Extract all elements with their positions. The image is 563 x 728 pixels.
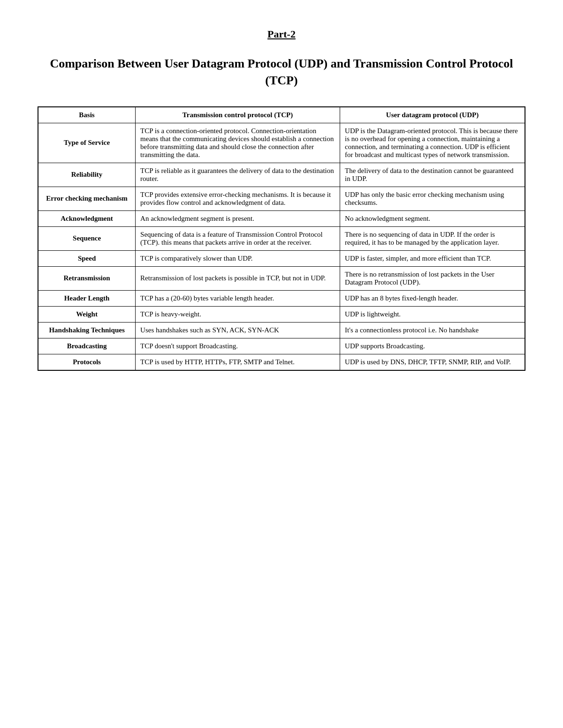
basis-cell: Broadcasting xyxy=(38,338,136,354)
tcp-cell: TCP is heavy-weight. xyxy=(136,306,340,322)
table-row: AcknowledgmentAn acknowledgment segment … xyxy=(38,210,525,226)
tcp-cell: TCP has a (20-60) bytes variable length … xyxy=(136,290,340,306)
udp-cell: UDP is the Datagram-oriented protocol. T… xyxy=(340,123,525,163)
table-row: Header LengthTCP has a (20-60) bytes var… xyxy=(38,290,525,306)
main-heading: Comparison Between User Datagram Protoco… xyxy=(38,55,525,90)
tcp-cell: TCP is reliable as it guarantees the del… xyxy=(136,163,340,187)
basis-cell: Sequence xyxy=(38,226,136,250)
table-row: BroadcastingTCP doesn't support Broadcas… xyxy=(38,338,525,354)
basis-cell: Header Length xyxy=(38,290,136,306)
table-row: ReliabilityTCP is reliable as it guarant… xyxy=(38,163,525,187)
tcp-cell: TCP is used by HTTP, HTTPs, FTP, SMTP an… xyxy=(136,354,340,370)
udp-cell: UDP has only the basic error checking me… xyxy=(340,187,525,210)
basis-cell: Protocols xyxy=(38,354,136,370)
udp-cell: UDP supports Broadcasting. xyxy=(340,338,525,354)
udp-cell: No acknowledgment segment. xyxy=(340,210,525,226)
table-row: RetransmissionRetransmission of lost pac… xyxy=(38,266,525,290)
table-row: Type of ServiceTCP is a connection-orien… xyxy=(38,123,525,163)
table-row: Handshaking TechniquesUses handshakes su… xyxy=(38,322,525,338)
udp-cell: There is no retransmission of lost packe… xyxy=(340,266,525,290)
basis-cell: Handshaking Techniques xyxy=(38,322,136,338)
basis-cell: Weight xyxy=(38,306,136,322)
udp-cell: There is no sequencing of data in UDP. I… xyxy=(340,226,525,250)
page-title: Part-2 xyxy=(38,28,525,40)
tcp-cell: Uses handshakes such as SYN, ACK, SYN-AC… xyxy=(136,322,340,338)
basis-cell: Retransmission xyxy=(38,266,136,290)
table-row: SequenceSequencing of data is a feature … xyxy=(38,226,525,250)
basis-cell: Error checking mechanism xyxy=(38,187,136,210)
tcp-cell: TCP provides extensive error-checking me… xyxy=(136,187,340,210)
udp-cell: UDP is lightweight. xyxy=(340,306,525,322)
tcp-cell: TCP is comparatively slower than UDP. xyxy=(136,250,340,266)
basis-cell: Type of Service xyxy=(38,123,136,163)
tcp-cell: Retransmission of lost packets is possib… xyxy=(136,266,340,290)
tcp-cell: An acknowledgment segment is present. xyxy=(136,210,340,226)
udp-cell: UDP is faster, simpler, and more efficie… xyxy=(340,250,525,266)
header-basis: Basis xyxy=(38,107,136,123)
basis-cell: Reliability xyxy=(38,163,136,187)
comparison-table: Basis Transmission control protocol (TCP… xyxy=(38,106,525,371)
table-row: Error checking mechanismTCP provides ext… xyxy=(38,187,525,210)
udp-cell: The delivery of data to the destination … xyxy=(340,163,525,187)
header-udp: User datagram protocol (UDP) xyxy=(340,107,525,123)
table-row: WeightTCP is heavy-weight.UDP is lightwe… xyxy=(38,306,525,322)
basis-cell: Speed xyxy=(38,250,136,266)
udp-cell: UDP has an 8 bytes fixed-length header. xyxy=(340,290,525,306)
udp-cell: It's a connectionless protocol i.e. No h… xyxy=(340,322,525,338)
tcp-cell: Sequencing of data is a feature of Trans… xyxy=(136,226,340,250)
tcp-cell: TCP is a connection-oriented protocol. C… xyxy=(136,123,340,163)
basis-cell: Acknowledgment xyxy=(38,210,136,226)
table-row: SpeedTCP is comparatively slower than UD… xyxy=(38,250,525,266)
tcp-cell: TCP doesn't support Broadcasting. xyxy=(136,338,340,354)
table-row: ProtocolsTCP is used by HTTP, HTTPs, FTP… xyxy=(38,354,525,370)
header-tcp: Transmission control protocol (TCP) xyxy=(136,107,340,123)
udp-cell: UDP is used by DNS, DHCP, TFTP, SNMP, RI… xyxy=(340,354,525,370)
